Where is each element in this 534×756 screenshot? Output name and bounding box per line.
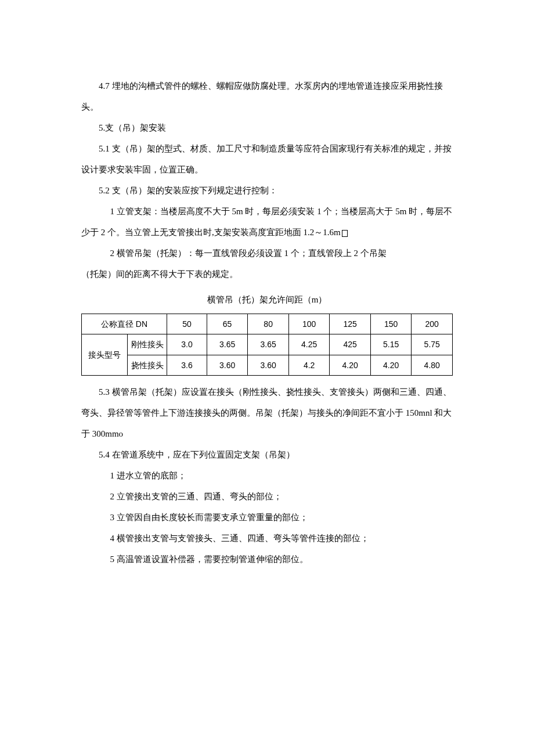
list-item-2: 2 立管接出支管的三通、四通、弯头的部位；: [81, 486, 453, 507]
col-150: 150: [370, 314, 412, 334]
paragraph-5-2-item2b: （托架）间的距离不得大于下表的规定。: [81, 264, 453, 285]
table-caption: 横管吊（托）架允许间距（m）: [81, 289, 453, 310]
cell: 4.2: [288, 355, 330, 375]
cell: 4.80: [412, 355, 453, 375]
cell: 4.20: [370, 355, 412, 375]
cell: 425: [330, 334, 371, 355]
paragraph-5-3: 5.3 横管吊架（托架）应设置在接头（刚性接头、挠性接头、支管接头）两侧和三通、…: [81, 381, 453, 444]
table-row-rigid: 接头型号 刚性接头 3.0 3.65 3.65 4.25 425 5.15 5.…: [82, 334, 453, 355]
col-125: 125: [330, 314, 371, 334]
table-row-flexible: 挠性接头 3.6 3.60 3.60 4.2 4.20 4.20 4.80: [82, 355, 453, 375]
header-dn: 公称直径 DN: [82, 314, 167, 334]
cell: 3.6: [167, 355, 207, 375]
spacing-table: 公称直径 DN 50 65 80 100 125 150 200 接头型号 刚性…: [81, 314, 453, 376]
paragraph-5-2: 5.2 支（吊）架的安装应按下列规定进行控制：: [81, 180, 453, 201]
item1-text: 1 立管支架：当楼层高度不大于 5m 时，每层必须安装 1 个；当楼层高大于 5…: [81, 207, 452, 237]
paragraph-4-7: 4.7 埋地的沟槽式管件的螺栓、螺帽应做防腐处理。水泵房内的埋地管道连接应采用挠…: [81, 75, 453, 117]
cell: 4.20: [330, 355, 371, 375]
paragraph-5-4: 5.4 在管道系统中，应在下列位置固定支架（吊架）: [81, 444, 453, 465]
flexible-label: 挠性接头: [128, 355, 167, 375]
cell: 3.65: [207, 334, 248, 355]
col-50: 50: [167, 314, 207, 334]
cell: 3.0: [167, 334, 207, 355]
col-65: 65: [207, 314, 248, 334]
list-item-4: 4 横管接出支管与支管接头、三通、四通、弯头等管件连接的部位；: [81, 528, 453, 549]
rigid-label: 刚性接头: [128, 334, 167, 355]
cell: 3.60: [248, 355, 289, 375]
paragraph-5-2-item1: 1 立管支架：当楼层高度不大于 5m 时，每层必须安装 1 个；当楼层高大于 5…: [81, 201, 453, 243]
paragraph-5-1: 5.1 支（吊）架的型式、材质、加工尺寸和制造质量等应符合国家现行有关标准的规定…: [81, 138, 453, 180]
heading-5: 5.支（吊）架安装: [81, 117, 453, 138]
cell: 3.60: [207, 355, 248, 375]
cell: 5.15: [370, 334, 412, 355]
placeholder-box-icon: [342, 230, 348, 237]
list-item-1: 1 进水立管的底部；: [81, 465, 453, 486]
table-header-row: 公称直径 DN 50 65 80 100 125 150 200: [82, 314, 453, 334]
list-item-3: 3 立管因自由长度较长而需要支承立管重量的部位；: [81, 507, 453, 528]
row-joint-type: 接头型号: [82, 334, 128, 376]
cell: 5.75: [412, 334, 453, 355]
paragraph-5-2-item2: 2 横管吊架（托架）：每一直线管段必须设置 1 个；直线管段上 2 个吊架: [81, 243, 453, 264]
col-80: 80: [248, 314, 289, 334]
cell: 4.25: [288, 334, 330, 355]
col-100: 100: [288, 314, 330, 334]
col-200: 200: [412, 314, 453, 334]
cell: 3.65: [248, 334, 289, 355]
list-item-5: 5 高温管道设置补偿器，需要控制管道伸缩的部位。: [81, 549, 453, 570]
